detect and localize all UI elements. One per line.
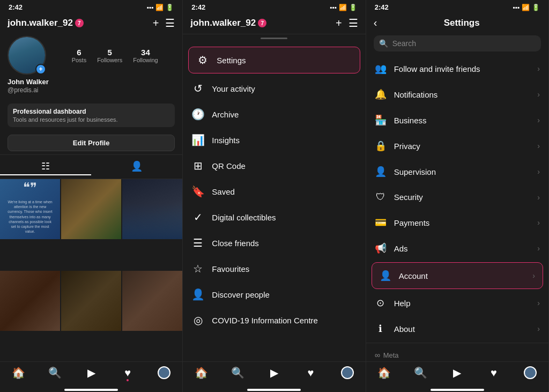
settings-item-about[interactable]: ℹ About › [366,316,548,342]
business-label: Business [394,116,530,125]
status-icons-3: ▪▪▪ 📶 🔋 [513,4,540,11]
nav-heart-3[interactable]: ♥ [476,366,512,379]
grid-post-0[interactable]: ❝❞ We're living at a time when attention… [0,179,60,239]
security-label: Security [394,193,530,202]
menu-hamburger-icon[interactable]: ☰ [348,17,358,29]
signal-icon: ▪▪▪ [147,4,154,11]
archive-icon: 🕐 [191,108,204,121]
search-input[interactable]: Search [392,39,416,48]
grid-post-4[interactable] [61,271,121,331]
ads-chevron: › [537,244,540,253]
menu-item-activity[interactable]: ↺ Your activity [183,76,365,101]
menu-item-favourites[interactable]: ☆ Favourites [183,256,365,282]
nav-heart-2[interactable]: ♥ [293,366,329,379]
menu-list: ⚙ Settings ↺ Your activity 🕐 Archive 📊 I… [183,42,365,361]
nav-reels-3[interactable]: ▶ [439,366,476,379]
nav-profile-3[interactable] [512,366,548,379]
settings-item-follow[interactable]: 👥 Follow and invite friends › [366,56,548,82]
avatar-add-button[interactable]: + [35,64,46,75]
menu-item-settings[interactable]: ⚙ Settings [188,47,360,73]
nav-home-2[interactable]: 🏠 [183,366,219,379]
menu-icon[interactable]: ☰ [165,17,175,29]
profile-row: + 6 Posts 5 Followers 34 Following [8,36,175,75]
settings-item-supervision[interactable]: 👤 Supervision › [366,159,548,184]
quote-icon: ❝❞ [23,180,37,195]
saved-label: Saved [212,187,357,196]
nav-avatar-3 [524,366,537,379]
content-tab-bar: ☷ 👤 [0,154,182,179]
menu-item-digital[interactable]: ✓ Digital collectibles [183,204,365,230]
menu-add-icon[interactable]: + [336,17,342,29]
settings-item-account[interactable]: 👤 Account › [372,262,543,289]
scroll-indicator [261,38,287,39]
nav-reels-2[interactable]: ▶ [256,366,292,379]
search-icon: 🔍 [379,39,388,48]
menu-item-archive[interactable]: 🕐 Archive [183,101,365,127]
menu-item-insights[interactable]: 📊 Insights [183,127,365,153]
activity-icon: ↺ [191,82,204,95]
nav-reels[interactable]: ▶ [73,366,109,379]
nav-home[interactable]: 🏠 [0,366,36,379]
screen-profile: 2:42 ▪▪▪ 📶 🔋 john.walker_92 7 + ☰ [0,0,183,392]
status-bar-3: 2:42 ▪▪▪ 📶 🔋 [366,0,548,13]
nav-home-3[interactable]: 🏠 [366,366,403,379]
meta-section: ∞ Meta [366,344,548,361]
notification-badge: 7 [75,19,84,27]
meta-label: ∞ Meta [375,351,540,359]
follow-label: Follow and invite friends [394,64,530,73]
about-icon: ℹ [375,323,387,335]
search-bar[interactable]: 🔍 Search [374,35,541,51]
menu-item-qr[interactable]: ⊞ QR Code [183,153,365,179]
grid-post-2[interactable] [122,179,182,239]
supervision-chevron: › [537,167,540,176]
nav-profile[interactable] [146,366,182,379]
edit-profile-button[interactable]: Edit Profile [8,135,175,151]
posts-count: 6 [77,48,81,57]
settings-item-payments[interactable]: 💳 Payments › [366,210,548,235]
avatar-container[interactable]: + [8,36,46,75]
pro-dashboard-subtitle: Tools and resources just for businesses. [13,116,169,123]
home-indicator-3 [431,389,484,391]
menu-item-saved[interactable]: 🔖 Saved [183,179,365,204]
settings-item-business[interactable]: 🏪 Business › [366,107,548,133]
nav-profile-2[interactable] [329,366,366,379]
account-label: Account [399,271,525,280]
posts-stat: 6 Posts [72,48,87,63]
back-button[interactable]: ‹ [374,17,377,29]
tab-tagged[interactable]: 👤 [91,158,182,175]
settings-item-notifications[interactable]: 🔔 Notifications › [366,82,548,107]
nav-search-3[interactable]: 🔍 [403,366,439,379]
ads-icon: 📢 [375,242,387,254]
posts-label: Posts [72,57,87,63]
menu-item-discover[interactable]: 👤 Discover people [183,282,365,307]
status-time-2: 2:42 [191,3,205,11]
nav-heart[interactable]: ♥ [109,366,146,379]
tab-grid[interactable]: ☷ [0,158,91,175]
menu-item-covid[interactable]: ◎ COVID-19 Information Centre [183,307,365,333]
help-label: Help [394,299,530,308]
nav-search-2[interactable]: 🔍 [219,366,256,379]
bottom-nav-2: 🏠 🔍 ▶ ♥ [183,361,365,387]
grid-post-5[interactable] [122,271,182,331]
signal-icon-3: ▪▪▪ [513,4,520,11]
privacy-label: Privacy [394,142,530,151]
payments-label: Payments [394,218,530,227]
menu-item-close-friends[interactable]: ☰ Close friends [183,230,365,256]
archive-label: Archive [212,110,357,119]
privacy-icon: 🔒 [375,140,387,152]
settings-item-ads[interactable]: 📢 Ads › [366,235,548,261]
settings-item-privacy[interactable]: 🔒 Privacy › [366,133,548,159]
notifications-chevron: › [537,90,540,99]
covid-label: COVID-19 Information Centre [212,316,357,325]
grid-post-3[interactable] [0,271,60,331]
add-post-icon[interactable]: + [153,17,159,29]
saved-icon: 🔖 [191,185,204,198]
settings-item-help[interactable]: ⊙ Help › [366,290,548,316]
profile-section: + 6 Posts 5 Followers 34 Following [0,34,182,99]
help-chevron: › [537,299,540,307]
pro-dashboard[interactable]: Professional dashboard Tools and resourc… [8,103,175,127]
nav-search[interactable]: 🔍 [36,366,73,379]
settings-item-security[interactable]: 🛡 Security › [366,184,548,210]
grid-post-1[interactable] [61,179,121,239]
menu-notification-badge: 7 [258,19,266,27]
